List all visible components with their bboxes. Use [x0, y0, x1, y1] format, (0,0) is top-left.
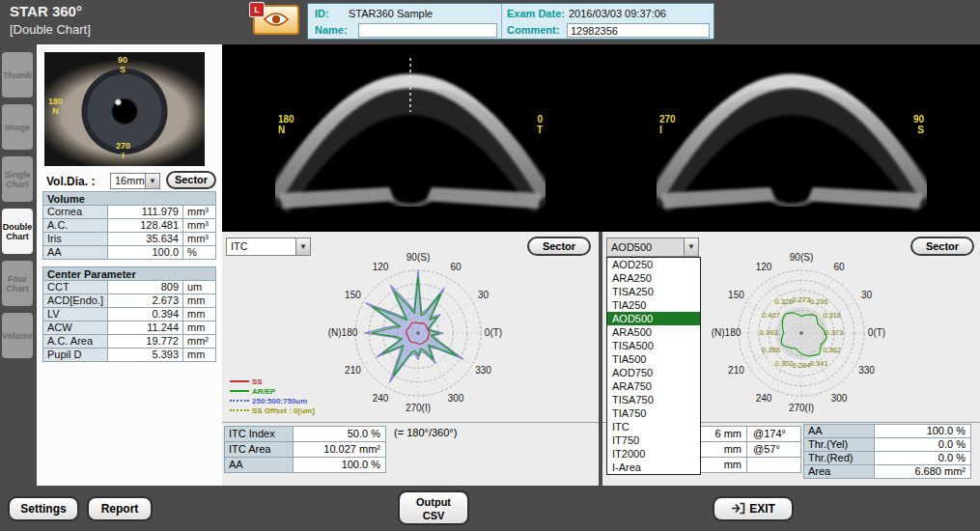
chevron-down-icon[interactable]: ▼	[295, 238, 310, 255]
dropdown-option-ara250[interactable]: ARA250	[607, 271, 700, 285]
cell-note	[747, 457, 801, 473]
eye-marker-top: 90S	[118, 55, 127, 74]
cell-value: 0.0 %	[875, 451, 971, 465]
exit-button[interactable]: EXIT	[713, 496, 794, 521]
dropdown-option-tisa250[interactable]: TISA250	[607, 285, 700, 298]
exam-date-label: Exam Date:	[507, 8, 565, 19]
sector-button-aod[interactable]: Sector	[910, 237, 974, 256]
dropdown-option-itc[interactable]: ITC	[607, 420, 700, 433]
dropdown-option-aod500[interactable]: AOD500	[607, 312, 700, 325]
cell-unit: mm³	[183, 232, 216, 246]
name-field[interactable]	[358, 23, 497, 38]
sector-button-volume[interactable]: Sector	[166, 171, 216, 189]
aod-chart-dropdown[interactable]: AOD500 ▼	[606, 238, 699, 257]
cell-note	[386, 441, 394, 458]
dropdown-option-tia250[interactable]: TIA250	[607, 298, 700, 312]
dropdown-option-tia750[interactable]: TIA750	[607, 406, 700, 420]
cell-label: ACW	[42, 321, 108, 335]
oct-scan-left: 180N 0T	[275, 52, 546, 226]
chevron-down-icon[interactable]: ▼	[684, 238, 698, 256]
dropdown-option-it750[interactable]: IT750	[607, 433, 700, 447]
svg-text:0.326: 0.326	[774, 297, 793, 306]
legend-item: 250:500:750um	[230, 396, 315, 405]
legend-item: AR/EP	[230, 386, 315, 396]
cell-unit: mm	[183, 307, 216, 321]
center-parameter-table: Center Parameter CCT809umACD[Endo.]2.673…	[42, 266, 216, 362]
output-csv-button[interactable]: Output CSV	[398, 490, 469, 525]
itc-stats-table: ITC Index50.0 %(= 180°/360°)ITC Area10.0…	[224, 427, 457, 473]
dropdown-option-ara750[interactable]: ARA750	[607, 379, 700, 393]
svg-text:300: 300	[831, 393, 848, 404]
settings-button[interactable]: Settings	[8, 496, 79, 521]
app-title: STAR 360°	[10, 3, 82, 19]
cell-unit: mm	[183, 293, 216, 308]
dropdown-option-aod750[interactable]: AOD750	[607, 366, 700, 379]
sidebar-item-thumb[interactable]: Thumb	[2, 52, 33, 98]
sidebar-item-double-chart[interactable]: DoubleChart	[2, 209, 33, 254]
table-row: ITC Area10.027 mm²	[224, 441, 457, 458]
dropdown-option-i-area[interactable]: I-Area	[607, 461, 700, 474]
itc-chart-dropdown[interactable]: ITC ▼	[226, 238, 311, 256]
output-csv-label-1: Output	[416, 496, 451, 508]
laterality-eye-button[interactable]: L	[253, 5, 299, 35]
legend-label: SS Offset : 0[um]	[252, 406, 315, 415]
eye-marker-left: 180N	[48, 97, 63, 116]
vol-dia-dropdown[interactable]: 16mm ▼	[110, 173, 160, 189]
legend-label: AR/EP	[252, 387, 275, 396]
cell-note: @174°	[747, 426, 801, 442]
svg-text:240: 240	[756, 393, 772, 404]
cell-label: AA	[803, 424, 875, 438]
svg-text:120: 120	[756, 262, 772, 272]
cell-label: Area	[803, 464, 875, 479]
cell-label: Thr.(Yel)	[803, 437, 875, 452]
cell-value: 10.027 mm²	[294, 441, 386, 458]
svg-text:210: 210	[728, 365, 744, 376]
cell-label: CCT	[42, 280, 108, 294]
sidebar-item-volume[interactable]: Volume	[2, 313, 33, 358]
svg-text:330: 330	[475, 365, 491, 376]
cell-value: 50.0 %	[294, 426, 386, 442]
sidebar-item-four-chart[interactable]: FourChart	[2, 261, 33, 306]
dropdown-option-tia500[interactable]: TIA500	[607, 352, 700, 366]
cell-value: 6.680 mm²	[875, 464, 971, 479]
exam-date-value: 2016/03/03 09:37:06	[569, 8, 666, 19]
table-row: Pupil D5.393mm	[42, 348, 216, 362]
oct-image	[275, 52, 546, 226]
volume-table-title: Volume	[42, 191, 216, 206]
report-button[interactable]: Report	[87, 496, 153, 521]
table-row: Thr.(Yel)0.0 %	[803, 437, 971, 452]
table-row: AA100.0%	[42, 245, 216, 260]
svg-text:210: 210	[345, 365, 361, 376]
chevron-down-icon[interactable]: ▼	[145, 174, 159, 188]
dropdown-option-tisa500[interactable]: TISA500	[607, 339, 700, 352]
dropdown-option-it2000[interactable]: IT2000	[607, 447, 700, 461]
table-row: A.C. Area19.772mm²	[42, 334, 216, 349]
aod-dropdown-list: AOD250ARA250TISA250TIA250AOD500ARA500TIS…	[606, 257, 701, 475]
cell-value: 809	[108, 280, 183, 294]
comment-field[interactable]: 12982356	[567, 23, 710, 38]
oct-left-east-label: 0T	[537, 114, 543, 135]
cell-unit: mm	[183, 348, 216, 362]
dropdown-option-tisa750[interactable]: TISA750	[607, 393, 700, 406]
id-value: STAR360 Sample	[349, 8, 433, 19]
center-parameter-title: Center Parameter	[42, 266, 216, 281]
sector-button-itc[interactable]: Sector	[527, 237, 591, 256]
sidebar-item-image[interactable]: Image	[2, 104, 33, 150]
cell-value: 100.0	[108, 245, 183, 260]
oct-right-west-label: 270I	[659, 114, 676, 135]
cell-value: 6 mm	[699, 426, 747, 442]
sidebar-item-single-chart[interactable]: SingleChart	[2, 156, 33, 202]
dropdown-option-ara500[interactable]: ARA500	[607, 325, 700, 339]
oct-scan-right: 270I 90S	[657, 52, 927, 226]
dropdown-option-aod250[interactable]: AOD250	[607, 258, 700, 271]
comment-label: Comment:	[507, 24, 559, 36]
itc-polar-chart: 0(T)306090(S)120150(N)180210240270(I)300…	[322, 247, 515, 419]
aa-stats-table: AA100.0 %Thr.(Yel)0.0 %Thr.(Red)0.0 %Are…	[803, 425, 971, 479]
legend-line-swatch	[230, 400, 249, 402]
svg-text:150: 150	[345, 290, 361, 300]
cell-unit: um	[183, 280, 216, 294]
table-row: CCT809um	[42, 280, 216, 294]
oct-right-east-label: 90S	[913, 114, 924, 135]
cell-unit: mm³	[183, 205, 216, 219]
svg-text:0.302: 0.302	[774, 359, 793, 368]
